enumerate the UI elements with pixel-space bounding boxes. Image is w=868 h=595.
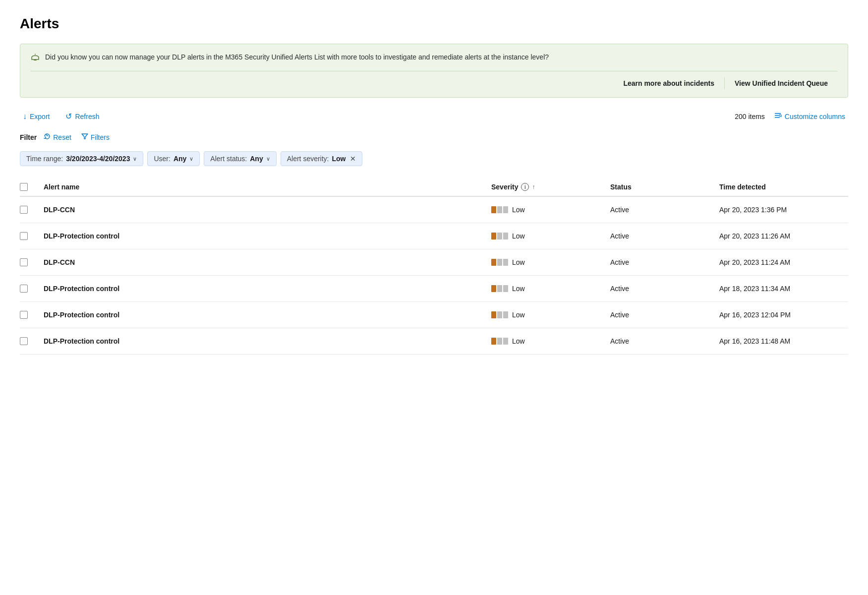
table-row[interactable]: DLP-Protection control Low Active Apr 18… [20,276,848,302]
table-row[interactable]: DLP-CCN Low Active Apr 20, 2023 11:24 AM [20,249,848,276]
severity-bar [497,206,502,213]
filter-row: Filter Reset Filters [20,131,848,143]
severity-label: Low [512,337,525,345]
reset-button[interactable]: Reset [41,131,74,143]
learn-more-button[interactable]: Learn more about incidents [613,77,724,89]
column-header-status: Status [610,183,719,191]
severity-bar [497,338,502,345]
severity-bar [491,285,496,292]
row-checkbox-cell [20,285,44,293]
severity-bars [491,233,508,239]
severity-label: Low [512,258,525,266]
alert-time: Apr 16, 2023 11:48 AM [719,337,848,345]
column-header-severity[interactable]: Severity i ↑ [491,183,610,191]
severity-label: Low [512,232,525,240]
svg-rect-0 [34,60,37,60]
chip-value: Any [174,155,186,163]
chip-value: 3/20/2023-4/20/2023 [66,155,130,163]
alert-severity: Low [491,285,610,293]
row-checkbox[interactable] [20,232,28,240]
toolbar: ↓ Export ↺ Refresh 200 items Customize c… [20,110,848,123]
severity-bar [497,311,502,318]
customize-icon [774,112,782,121]
severity-bar [491,259,496,266]
view-queue-button[interactable]: View Unified Incident Queue [725,77,838,89]
alert-time: Apr 16, 2023 12:04 PM [719,311,848,319]
filter-chip-time-range[interactable]: Time range: 3/20/2023-4/20/2023 ∨ [20,151,143,166]
severity-bar [491,311,496,318]
row-checkbox-cell [20,232,44,240]
alert-name[interactable]: DLP-Protection control [44,337,491,345]
severity-bar [497,259,502,266]
chip-label: User: [154,155,170,163]
alerts-table: Alert name Severity i ↑ Status Time dete… [20,178,848,355]
alert-time: Apr 20, 2023 11:24 AM [719,258,848,266]
row-checkbox[interactable] [20,285,28,293]
alert-name[interactable]: DLP-CCN [44,258,491,266]
table-row[interactable]: DLP-CCN Low Active Apr 20, 2023 1:36 PM [20,197,848,223]
severity-bar [503,311,508,318]
severity-bars [491,259,508,266]
customize-label: Customize columns [785,113,845,120]
chip-label: Alert status: [210,155,247,163]
info-banner: Did you know you can now manage your DLP… [20,44,848,98]
filter-chip-user[interactable]: User: Any ∨ [147,151,200,166]
severity-info-icon[interactable]: i [521,183,529,191]
severity-sort-icon[interactable]: ↑ [532,183,535,190]
table-header: Alert name Severity i ↑ Status Time dete… [20,178,848,197]
select-all-checkbox[interactable] [20,183,28,191]
filters-icon [81,133,88,141]
banner-icon [30,53,40,65]
severity-bar [491,206,496,213]
table-row[interactable]: DLP-Protection control Low Active Apr 16… [20,328,848,355]
severity-bar [503,338,508,345]
filter-chip-alert-status[interactable]: Alert status: Any ∨ [204,151,276,166]
page-title: Alerts [20,16,848,32]
severity-bar [503,285,508,292]
severity-label: Low [512,206,525,214]
alert-status: Active [610,206,719,214]
row-checkbox-cell [20,337,44,345]
row-checkbox[interactable] [20,206,28,214]
chip-value: Low [332,155,346,163]
row-checkbox[interactable] [20,311,28,319]
filter-chips: Time range: 3/20/2023-4/20/2023 ∨ User: … [20,151,848,166]
column-header-name: Alert name [44,183,491,191]
row-checkbox-cell [20,206,44,214]
alert-status: Active [610,285,719,293]
severity-bars [491,206,508,213]
banner-text: Did you know you can now manage your DLP… [45,52,549,62]
chip-close-icon[interactable]: ✕ [350,155,356,163]
alert-name[interactable]: DLP-Protection control [44,285,491,293]
chip-value: Any [250,155,263,163]
chip-chevron-icon: ∨ [266,156,270,162]
customize-columns-button[interactable]: Customize columns [771,110,848,123]
row-checkbox[interactable] [20,337,28,345]
alert-name[interactable]: DLP-Protection control [44,311,491,319]
alert-severity: Low [491,337,610,345]
table-row[interactable]: DLP-Protection control Low Active Apr 20… [20,223,848,249]
table-row[interactable]: DLP-Protection control Low Active Apr 16… [20,302,848,328]
severity-bar [491,338,496,345]
severity-bar [503,233,508,239]
severity-bar [503,206,508,213]
row-checkbox-cell [20,311,44,319]
svg-rect-2 [775,113,781,114]
severity-label: Low [512,311,525,319]
chip-label: Alert severity: [287,155,329,163]
alert-name[interactable]: DLP-CCN [44,206,491,214]
chip-chevron-icon: ∨ [189,156,193,162]
row-checkbox-cell [20,258,44,266]
filter-chip-alert-severity[interactable]: Alert severity: Low ✕ [281,151,362,166]
alert-time: Apr 20, 2023 11:26 AM [719,232,848,240]
svg-point-1 [35,54,36,55]
alert-name[interactable]: DLP-Protection control [44,232,491,240]
severity-label: Low [512,285,525,293]
alert-status: Active [610,337,719,345]
refresh-button[interactable]: ↺ Refresh [62,110,102,123]
severity-bars [491,311,508,318]
export-button[interactable]: ↓ Export [20,110,53,123]
refresh-icon: ↺ [65,112,72,121]
row-checkbox[interactable] [20,258,28,266]
filters-button[interactable]: Filters [78,131,113,143]
